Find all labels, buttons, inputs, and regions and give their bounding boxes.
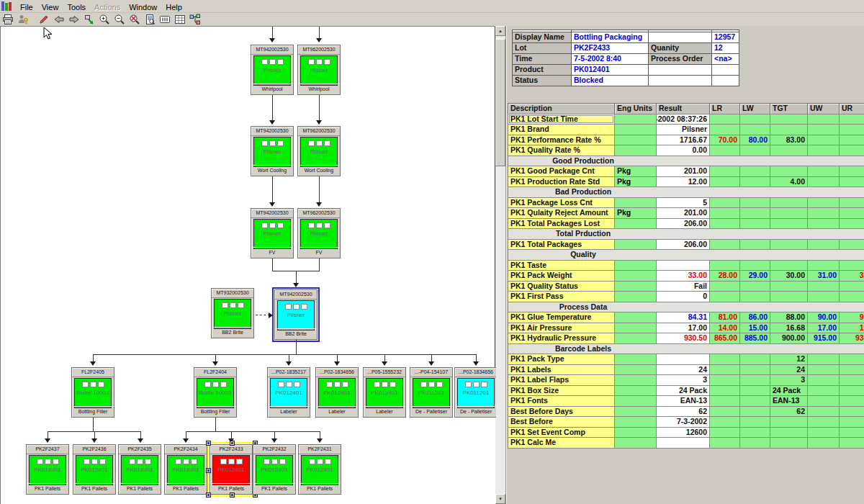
cell-uw[interactable] xyxy=(807,385,840,397)
cell-eng-units[interactable] xyxy=(614,291,657,302)
cell-lw[interactable] xyxy=(739,416,770,428)
cell-ur[interactable] xyxy=(839,374,864,386)
cell-description[interactable]: PK1 Total Packages Lost xyxy=(508,218,615,230)
cell-uw[interactable] xyxy=(807,114,840,125)
scrollbar-thumb[interactable] xyxy=(495,39,505,166)
cell-result[interactable]: 7-5-2002 08:37:26 xyxy=(656,114,710,125)
cell-result[interactable]: 12600 xyxy=(656,427,710,438)
cell-tgt[interactable]: 83.00 xyxy=(770,135,808,146)
cell-eng-units[interactable] xyxy=(614,395,657,407)
cell-ur[interactable] xyxy=(839,145,864,156)
cell-description[interactable]: PK1 Label Flaps xyxy=(508,374,615,386)
cell-eng-units[interactable]: Pkg xyxy=(614,207,657,219)
cell-tgt[interactable] xyxy=(770,145,808,156)
cell-result[interactable]: Pilsner xyxy=(656,124,710,135)
tree-node-P021835217[interactable]: ...P02-1835217PK012401Labeler xyxy=(267,367,310,418)
app-icon[interactable] xyxy=(1,1,14,12)
cell-tgt[interactable] xyxy=(770,416,808,428)
cell-uw[interactable] xyxy=(807,374,840,386)
cell-uw[interactable] xyxy=(807,239,840,251)
cell-description[interactable]: PK1 Lot Start Time xyxy=(508,114,615,125)
cell-result[interactable]: Fail xyxy=(656,281,710,292)
cell-tgt[interactable]: 62 xyxy=(770,406,808,418)
cell-lr[interactable] xyxy=(709,239,740,251)
cell-result[interactable]: 7-3-2002 xyxy=(656,416,710,428)
back-arrow-icon[interactable] xyxy=(51,14,66,26)
cell-lw[interactable] xyxy=(739,124,770,135)
cell-result[interactable]: 17.00 xyxy=(656,323,710,334)
cell-lr[interactable] xyxy=(709,145,740,156)
tree-node-PK2F2435[interactable]: PK2F2435PK012401PK1 Pallets xyxy=(118,444,161,495)
cell-description[interactable]: Best Before xyxy=(508,416,615,428)
cell-ur[interactable] xyxy=(839,291,864,302)
cell-eng-units[interactable] xyxy=(614,270,657,282)
zoom-in-icon[interactable] xyxy=(96,14,112,26)
cell-uw[interactable] xyxy=(807,427,840,438)
cell-ur[interactable] xyxy=(839,427,864,438)
cell-uw[interactable]: 17.00 xyxy=(807,323,840,334)
cell-lw[interactable] xyxy=(739,176,770,188)
cell-ur[interactable]: 19.00 xyxy=(839,323,864,334)
cell-lr[interactable] xyxy=(709,291,740,302)
cell-lw[interactable] xyxy=(739,166,770,177)
cell-ur[interactable] xyxy=(839,260,864,271)
tree-node-MT932002530[interactable]: MT932002530PilsnerBB2 Brite xyxy=(211,288,254,338)
cell-lr[interactable] xyxy=(709,427,740,438)
cell-uw[interactable] xyxy=(807,218,840,230)
cell-lr[interactable] xyxy=(709,406,740,418)
cell-lr[interactable] xyxy=(709,260,740,271)
tree-node-FL2F2405[interactable]: FL2F2405Bottle 10003Bottling Filler xyxy=(71,367,114,418)
edit-pencil-icon[interactable] xyxy=(36,14,51,26)
cell-description[interactable]: PK1 Quality Rate % xyxy=(508,145,615,156)
cell-tgt[interactable] xyxy=(770,291,808,302)
selection-handle[interactable] xyxy=(206,468,211,473)
cell-ur[interactable] xyxy=(839,406,864,418)
cell-lr[interactable] xyxy=(709,395,740,407)
tree-node-P051555232[interactable]: ...P05-1555232PK012401Labeler xyxy=(363,367,406,418)
tree-node-MT942002530[interactable]: MT942002530PilsnerBB2 Brite xyxy=(274,289,318,340)
cell-lr[interactable] xyxy=(709,197,740,209)
cell-lw[interactable] xyxy=(739,197,770,209)
selection-handle[interactable] xyxy=(206,441,211,446)
cell-lw[interactable] xyxy=(739,385,770,397)
cell-ur[interactable] xyxy=(839,218,864,230)
cell-tgt[interactable] xyxy=(770,124,808,135)
tree-node-P04154107[interactable]: ...-P04-154107PK011201De - Palletiser xyxy=(410,367,453,418)
column-header[interactable]: LR xyxy=(709,103,740,114)
cell-description[interactable]: PK1 Total Packages xyxy=(508,239,615,251)
menu-window[interactable]: Window xyxy=(125,2,161,12)
cell-eng-units[interactable]: Pkg xyxy=(614,176,657,188)
cell-description[interactable]: PK1 Package Loss Cnt xyxy=(508,197,615,209)
cell-result[interactable]: 5 xyxy=(656,197,710,209)
cell-lw[interactable]: 86.00 xyxy=(739,312,770,323)
scroll-up-button[interactable]: ▲ xyxy=(495,26,505,36)
column-header[interactable]: Result xyxy=(656,103,710,114)
zoom-out-icon[interactable] xyxy=(112,14,127,26)
cell-ur[interactable] xyxy=(839,281,864,292)
cell-tgt[interactable] xyxy=(770,260,808,271)
cell-result[interactable]: 12.00 xyxy=(656,176,710,188)
cell-lw[interactable] xyxy=(739,374,770,386)
cell-result[interactable]: 33.00 xyxy=(656,270,710,282)
cell-result[interactable]: 62 xyxy=(656,406,710,418)
cell-lw[interactable] xyxy=(739,354,770,365)
cell-eng-units[interactable] xyxy=(614,416,657,428)
cell-description[interactable]: PK1 Fonts xyxy=(508,395,615,407)
cell-lw[interactable] xyxy=(739,395,770,407)
genealogy-tree-canvas[interactable]: MT942002530PilsnerWhirlpoolMT962002530Pi… xyxy=(0,26,496,504)
tree-node-MT962002530[interactable]: MT962002530PilsnerFV xyxy=(297,208,341,258)
tree-node-PK2F2436[interactable]: PK2F2436PK012401PK1 Pallets xyxy=(73,444,116,495)
cell-ur[interactable] xyxy=(839,135,864,146)
cell-lr[interactable] xyxy=(709,176,740,188)
cell-description[interactable]: PK1 Taste xyxy=(508,260,615,271)
cell-uw[interactable] xyxy=(807,291,840,302)
cell-ur[interactable] xyxy=(839,197,864,209)
tree-node-FL2F2404[interactable]: FL2F2404Bottle 10003Bottling Filler xyxy=(194,367,237,418)
cell-eng-units[interactable]: Pkg xyxy=(614,166,657,177)
cell-ur[interactable]: 95.00 xyxy=(839,312,864,323)
cell-result[interactable]: 201.00 xyxy=(656,166,710,177)
cell-tgt[interactable] xyxy=(770,437,808,449)
cell-eng-units[interactable] xyxy=(614,333,657,344)
cell-tgt[interactable]: 12 xyxy=(770,354,808,365)
cell-eng-units[interactable] xyxy=(614,281,657,292)
